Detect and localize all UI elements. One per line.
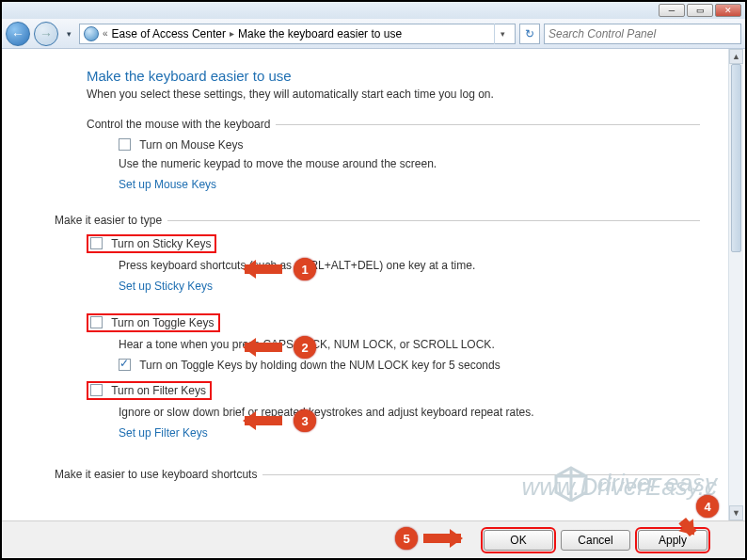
button-bar: OK Cancel Apply xyxy=(2,520,745,558)
history-dropdown[interactable]: ▾ xyxy=(62,22,75,46)
back-button[interactable]: ← xyxy=(6,22,30,46)
cancel-button[interactable]: Cancel xyxy=(561,530,630,551)
search-input[interactable] xyxy=(544,24,741,44)
filter-desc: Ignore or slow down brief or repeated ke… xyxy=(119,406,700,419)
annotation-badge-2: 2 xyxy=(294,336,316,359)
checkbox-label: Turn on Filter Keys xyxy=(111,384,206,397)
title-bar: ─ ▭ ✕ xyxy=(2,2,745,19)
link-setup-filter-keys[interactable]: Set up Filter Keys xyxy=(119,426,208,440)
mouse-keys-desc: Use the numeric keypad to move the mouse… xyxy=(119,157,700,170)
refresh-icon: ↻ xyxy=(525,27,534,40)
close-button[interactable]: ✕ xyxy=(715,4,741,17)
page-subtitle: When you select these settings, they wil… xyxy=(87,88,700,101)
section-mouse-label: Control the mouse with the keyboard xyxy=(87,118,700,131)
breadcrumb-dropdown[interactable]: ▾ xyxy=(494,24,511,44)
nav-bar: ← → ▾ « Ease of Access Center ▸ Make the… xyxy=(2,19,745,49)
section-type-label: Make it easier to type xyxy=(55,214,700,227)
forward-button[interactable]: → xyxy=(34,22,58,46)
chevron-right-icon: ▸ xyxy=(230,28,234,39)
refresh-button[interactable]: ↻ xyxy=(519,24,540,44)
breadcrumb[interactable]: « Ease of Access Center ▸ Make the keybo… xyxy=(79,24,516,44)
ok-button[interactable]: OK xyxy=(484,530,553,551)
page-title: Make the keyboard easier to use xyxy=(87,68,700,84)
content-pane: Make the keyboard easier to use When you… xyxy=(2,49,728,520)
checkbox-mouse-keys[interactable] xyxy=(119,138,131,151)
arrow-right-icon: → xyxy=(40,26,53,41)
minimize-button[interactable]: ─ xyxy=(659,4,685,17)
checkbox-toggle-keys[interactable] xyxy=(90,316,103,328)
annotation-badge-4: 4 xyxy=(696,495,719,518)
checkbox-label: Turn on Toggle Keys xyxy=(111,316,214,329)
annotation-arrow-4 xyxy=(678,518,696,536)
annotation-badge-1: 1 xyxy=(294,258,316,280)
annotation-arrow-1 xyxy=(245,264,282,274)
annotation-arrow-3 xyxy=(245,416,282,425)
checkbox-filter-keys[interactable] xyxy=(90,384,103,396)
arrow-left-icon: ← xyxy=(11,26,24,41)
annotation-arrow-2 xyxy=(245,343,282,352)
highlight-filter: Turn on Filter Keys xyxy=(87,381,212,400)
scroll-up-button[interactable]: ▲ xyxy=(729,49,743,64)
link-setup-mouse-keys[interactable]: Set up Mouse Keys xyxy=(119,178,216,191)
section-shortcuts-label: Make it easier to use keyboard shortcuts xyxy=(55,468,700,481)
vertical-scrollbar[interactable]: ▲ ▼ xyxy=(728,49,743,520)
highlight-toggle: Turn on Toggle Keys xyxy=(87,313,220,332)
breadcrumb-item[interactable]: Ease of Access Center xyxy=(112,27,226,40)
breadcrumb-item[interactable]: Make the keyboard easier to use xyxy=(238,27,402,40)
checkbox-label: Turn on Mouse Keys xyxy=(139,138,243,152)
annotation-arrow-5 xyxy=(423,534,461,543)
sticky-desc: Press keyboard shortcuts (such as CTRL+A… xyxy=(119,259,700,272)
checkbox-label: Turn on Sticky Keys xyxy=(111,237,211,250)
highlight-sticky: Turn on Sticky Keys xyxy=(87,234,216,253)
checkbox-sticky-keys[interactable] xyxy=(90,237,103,249)
scroll-thumb[interactable] xyxy=(731,64,741,252)
maximize-button[interactable]: ▭ xyxy=(687,4,713,17)
toggle-desc: Hear a tone when you press CAPS LOCK, NU… xyxy=(119,338,700,351)
annotation-badge-5: 5 xyxy=(395,527,418,550)
link-setup-sticky-keys[interactable]: Set up Sticky Keys xyxy=(119,280,213,293)
scroll-down-button[interactable]: ▼ xyxy=(729,505,743,520)
annotation-badge-3: 3 xyxy=(294,409,316,432)
checkbox-toggle-numlock[interactable] xyxy=(119,359,131,371)
checkbox-label: Turn on Toggle Keys by holding down the … xyxy=(139,359,501,372)
ease-of-access-icon xyxy=(84,26,99,41)
chevron-left-icon: « xyxy=(103,28,108,39)
